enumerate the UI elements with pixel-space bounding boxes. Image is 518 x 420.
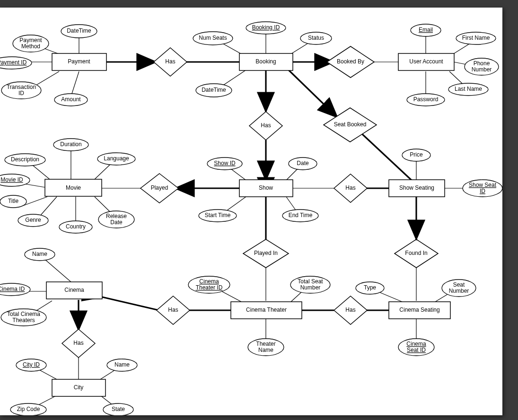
attr-state: State <box>103 403 133 415</box>
attr-label: Total Cinema <box>7 311 40 317</box>
attr-label: Cinema <box>199 278 219 285</box>
attr-movie-id: Movie ID <box>0 174 30 186</box>
attr-email: Email <box>411 24 441 36</box>
rel-played-in: Played In <box>243 239 289 268</box>
attr-label: Cinema ID <box>0 286 25 292</box>
attr-label: Num Seats <box>199 35 227 41</box>
rel-cinema-has-city: Has <box>62 329 95 358</box>
rel-label: Played <box>151 184 168 191</box>
rel-label: Booked By <box>337 58 364 65</box>
attr-label: Show Seat <box>469 182 497 188</box>
attr-label: End Time <box>289 212 313 219</box>
entity-cinema-seating: Cinema Seating <box>389 302 450 319</box>
rel-label: Has <box>261 122 271 129</box>
attr-payment-method: PaymentMethod <box>13 35 49 52</box>
attr-label: Zip Code <box>17 406 40 412</box>
svg-line-47 <box>102 297 159 310</box>
attr-total-seat-number: Total SeatNumber <box>290 276 330 293</box>
rel-label: Has <box>73 340 83 346</box>
attr-total-theaters: Total CinemaTheaters <box>1 309 46 326</box>
attr-label: Date <box>110 219 123 226</box>
attr-label: Name <box>258 347 273 353</box>
entity-label: Cinema Seating <box>399 306 439 313</box>
entity-show-seating: Show Seating <box>389 180 445 197</box>
rel-cinema-has-theater: Has <box>157 296 190 324</box>
rel-label: Found In <box>405 250 427 256</box>
window-chrome <box>0 0 518 8</box>
attr-label: Phone <box>474 60 490 67</box>
rel-show-has-seating: Has <box>334 174 367 202</box>
attr-label: Booking ID <box>252 24 280 31</box>
attr-language: Language <box>97 153 135 165</box>
attr-show-date: Date <box>289 158 317 170</box>
rel-label: Has <box>345 306 355 313</box>
rel-label: Played In <box>254 250 278 256</box>
rel-label: Seat Booked <box>334 121 367 128</box>
rel-label: Has <box>165 58 175 65</box>
attr-label: Release <box>106 213 127 219</box>
entity-label: Movie <box>66 184 81 191</box>
diagram-page: Payment Booking User Account Movie Show … <box>0 8 502 415</box>
attr-city-name: Name <box>107 359 137 371</box>
attr-payment-id: Payment ID <box>0 57 32 69</box>
attr-show-id: Show ID <box>207 158 242 170</box>
entity-label: Show <box>259 184 273 191</box>
attr-cinema-id: Cinema ID <box>0 283 30 296</box>
attr-label: Title <box>8 198 19 204</box>
attr-label: Movie ID <box>0 176 23 183</box>
attr-label: Transaction <box>7 84 36 90</box>
attr-seat-number: SeatNumber <box>442 280 476 297</box>
entity-label: City <box>74 384 84 391</box>
attr-label: Last Name <box>455 86 482 92</box>
attr-end-time: End Time <box>282 210 318 222</box>
rel-label: Has <box>345 184 355 191</box>
attr-description: Description <box>5 154 45 166</box>
attr-label: First Name <box>462 35 490 41</box>
rel-payment-has: Has <box>154 48 187 76</box>
attr-label: Total Seat <box>298 278 323 285</box>
attr-phone-number: PhoneNumber <box>465 58 499 75</box>
attr-label: Number <box>449 288 469 294</box>
entity-booking: Booking <box>239 53 293 70</box>
rel-theater-has-seating: Has <box>334 296 367 324</box>
attr-title: Title <box>0 195 26 208</box>
entity-label: Payment <box>68 58 90 65</box>
svg-line-44 <box>44 258 71 282</box>
attr-label: Number <box>300 284 321 291</box>
entity-show: Show <box>239 180 293 197</box>
attr-label: Date <box>297 160 309 166</box>
attr-label: ID <box>480 188 485 194</box>
entity-payment: Payment <box>52 53 106 70</box>
attr-label: Seat ID <box>407 347 426 353</box>
attr-label: Number <box>472 66 492 73</box>
attr-label: Cinema <box>406 341 426 347</box>
attr-label: Payment ID <box>0 59 27 66</box>
entity-movie: Movie <box>45 179 102 196</box>
rel-found-in: Found In <box>395 239 438 268</box>
attr-label: Method <box>21 43 40 50</box>
attr-type: Type <box>356 282 384 294</box>
attr-label: Start Time <box>205 212 231 219</box>
attr-zip-code: Zip Code <box>10 403 46 415</box>
attr-label: DateTime <box>67 27 91 34</box>
attr-label: State <box>112 406 125 412</box>
attr-last-name: Last Name <box>448 83 488 96</box>
attr-cinema-theater-id: CinemaTheater ID <box>188 276 230 293</box>
attr-release-date: ReleaseDate <box>98 211 134 228</box>
attr-label: Price <box>410 151 423 158</box>
attr-label: Payment <box>19 37 42 44</box>
attr-price: Price <box>402 149 430 161</box>
attr-genre: Genre <box>18 214 48 227</box>
entity-user-account: User Account <box>398 53 454 70</box>
attr-label: Password <box>413 96 439 103</box>
attr-cinema-seat-id: CinemaSeat ID <box>398 339 434 356</box>
rel-booked-by: Booked By <box>327 46 374 78</box>
attr-label: Country <box>66 223 86 230</box>
rel-booking-has-show: Has <box>249 112 282 140</box>
er-diagram: Payment Booking User Account Movie Show … <box>0 8 502 415</box>
attr-label: Genre <box>25 217 41 223</box>
attr-label: Theaters <box>12 317 35 324</box>
attr-city-id: City ID <box>16 359 46 371</box>
attr-label: Theater <box>256 341 275 347</box>
attr-label: Description <box>11 156 39 163</box>
